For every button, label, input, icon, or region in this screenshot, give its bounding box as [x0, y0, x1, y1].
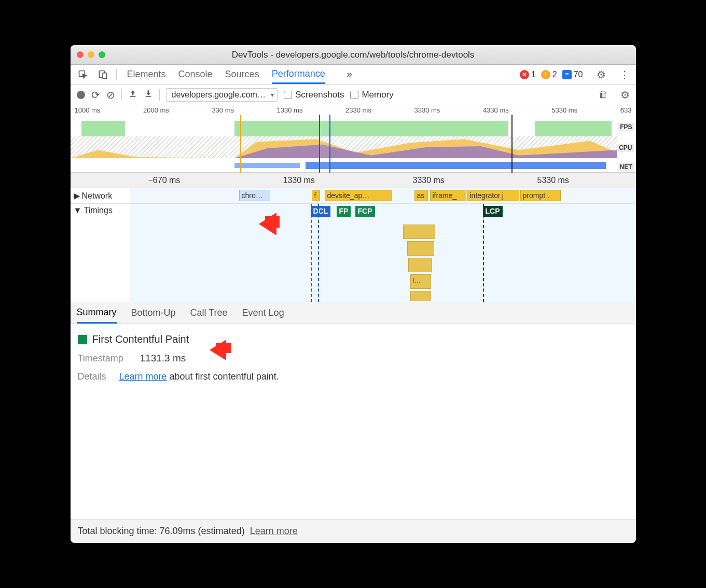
task-block[interactable]: l… — [410, 274, 431, 289]
tab-performance[interactable]: Performance — [272, 65, 325, 84]
panel-tabs: Elements Console Sources Performance » — [127, 65, 352, 84]
tab-bottom-up[interactable]: Bottom-Up — [131, 302, 176, 324]
tab-sources[interactable]: Sources — [225, 65, 259, 84]
details-text: Learn more about first contentful paint. — [119, 371, 279, 382]
network-label: Network — [82, 191, 113, 201]
chevron-down-icon: ▼ — [74, 206, 82, 215]
task-block[interactable] — [407, 241, 434, 256]
fp-marker[interactable]: FP — [337, 206, 351, 217]
record-button[interactable] — [77, 91, 85, 99]
devtools-window: DevTools - developers.google.com/web/too… — [71, 45, 636, 543]
cpu-strip — [71, 136, 617, 158]
task-block[interactable] — [410, 291, 431, 301]
net-strip — [71, 160, 617, 171]
upload-icon[interactable] — [128, 89, 137, 100]
tick: 2000 ms — [143, 106, 169, 115]
status-icons[interactable]: ✕1 !2 ≡70 — [520, 70, 583, 79]
tab-call-tree[interactable]: Call Tree — [190, 302, 228, 324]
divider — [116, 69, 117, 80]
checkbox-icon — [350, 91, 358, 99]
lcp-marker[interactable]: LCP — [483, 206, 503, 217]
memory-checkbox[interactable]: Memory — [350, 90, 393, 100]
message-count: 70 — [574, 70, 583, 79]
task-block[interactable] — [408, 258, 432, 272]
trash-icon[interactable]: 🗑 — [599, 89, 608, 100]
overview-pane[interactable]: 1000 ms 2000 ms 330 ms 1330 ms 2330 ms 3… — [71, 105, 636, 173]
screenshots-checkbox[interactable]: Screenshots — [284, 90, 344, 100]
dashed-marker — [318, 204, 319, 302]
dashed-marker — [311, 204, 312, 302]
tick: 2330 ms — [345, 106, 371, 115]
reload-icon[interactable]: ⟳ — [91, 89, 100, 101]
marker-line — [511, 115, 513, 173]
overview-selection[interactable] — [319, 115, 330, 173]
dashed-marker — [483, 204, 484, 302]
load-marker — [240, 115, 241, 173]
tick: 1330 ms — [283, 176, 315, 185]
tick: 1000 ms — [75, 106, 101, 115]
tick: 4330 ms — [483, 106, 509, 115]
fcp-marker[interactable]: FCP — [355, 206, 375, 217]
network-item[interactable]: devsite_ap… — [325, 190, 392, 201]
recording-selector-label: developers.google.com… — [172, 90, 266, 100]
chevron-right-icon: ▶ — [74, 191, 80, 201]
network-item[interactable]: chro… — [239, 190, 270, 201]
tab-summary[interactable]: Summary — [77, 302, 117, 324]
window-title: DevTools - developers.google.com/web/too… — [71, 50, 636, 60]
timeline-ruler[interactable]: −670 ms 1330 ms 3330 ms 5330 ms — [71, 173, 636, 188]
dcl-marker[interactable]: DCL — [311, 206, 331, 217]
performance-toolbar: ⟳ ⊘ developers.google.com… Screenshots M… — [71, 85, 636, 105]
svg-rect-2 — [103, 73, 107, 78]
recording-selector[interactable]: developers.google.com… — [166, 88, 278, 102]
learn-more-link[interactable]: Learn more — [119, 371, 167, 382]
settings-icon[interactable]: ⚙ — [597, 68, 606, 81]
error-icon: ✕ — [520, 70, 529, 79]
blocking-label: Total blocking time: — [78, 526, 160, 536]
learn-more-link[interactable]: Learn more — [250, 526, 298, 536]
summary-pane: First Contentful Paint Timestamp 1131.3 … — [71, 324, 636, 519]
network-track: ▶ Network chro… f devsite_ap… as iframe_… — [71, 188, 636, 204]
timestamp-row: Timestamp 1131.3 ms — [78, 353, 629, 364]
net-label: NET — [618, 163, 634, 171]
network-item[interactable]: iframe_ — [430, 190, 466, 201]
close-icon[interactable] — [77, 51, 84, 58]
tab-elements[interactable]: Elements — [127, 65, 166, 84]
kebab-icon[interactable]: ⋮ — [619, 68, 630, 81]
tick: 5330 ms — [551, 106, 577, 115]
capture-settings-icon[interactable]: ⚙ — [620, 89, 630, 101]
network-item[interactable]: prompt . — [520, 190, 561, 201]
timings-track-toggle[interactable]: ▼ Timings — [71, 204, 130, 302]
clear-icon[interactable]: ⊘ — [106, 89, 115, 101]
zoom-icon[interactable] — [99, 51, 105, 58]
download-icon[interactable] — [144, 89, 153, 100]
inspect-icon[interactable] — [77, 68, 89, 81]
overview-body: FPS CPU NET — [71, 115, 636, 173]
tabs-overflow-icon[interactable]: » — [347, 69, 352, 80]
tick: 5330 ms — [537, 176, 569, 185]
network-item[interactable]: f — [312, 190, 320, 201]
network-track-body: chro… f devsite_ap… as iframe_ integrato… — [130, 188, 636, 203]
tab-event-log[interactable]: Event Log — [242, 302, 284, 324]
tick: 1330 ms — [277, 106, 303, 115]
timings-track: ▼ Timings DCL FP FCP LCP l… — [71, 204, 636, 302]
timestamp-value: 1131.3 ms — [140, 353, 186, 364]
timings-track-body: DCL FP FCP LCP l… — [130, 204, 636, 302]
tab-console[interactable]: Console — [178, 65, 213, 84]
tracks-pane[interactable]: ▶ Network chro… f devsite_ap… as iframe_… — [71, 188, 636, 302]
network-track-toggle[interactable]: ▶ Network — [71, 188, 130, 203]
network-item[interactable]: integrator.j — [467, 190, 519, 201]
divider — [121, 89, 122, 101]
window-controls — [77, 51, 105, 58]
minimize-icon[interactable] — [88, 51, 94, 58]
device-toggle-icon[interactable] — [96, 68, 109, 81]
titlebar: DevTools - developers.google.com/web/too… — [71, 45, 636, 65]
network-item[interactable]: as — [414, 190, 428, 201]
checkbox-icon — [284, 91, 292, 99]
task-block[interactable] — [403, 225, 435, 239]
details-label: Details — [78, 371, 114, 382]
panel-tabs-bar: Elements Console Sources Performance » ✕… — [71, 65, 636, 85]
warning-count: 2 — [552, 70, 557, 79]
metric-name: First Contentful Paint — [92, 333, 189, 345]
tick: 3330 ms — [414, 106, 440, 115]
timestamp-label: Timestamp — [78, 353, 135, 364]
